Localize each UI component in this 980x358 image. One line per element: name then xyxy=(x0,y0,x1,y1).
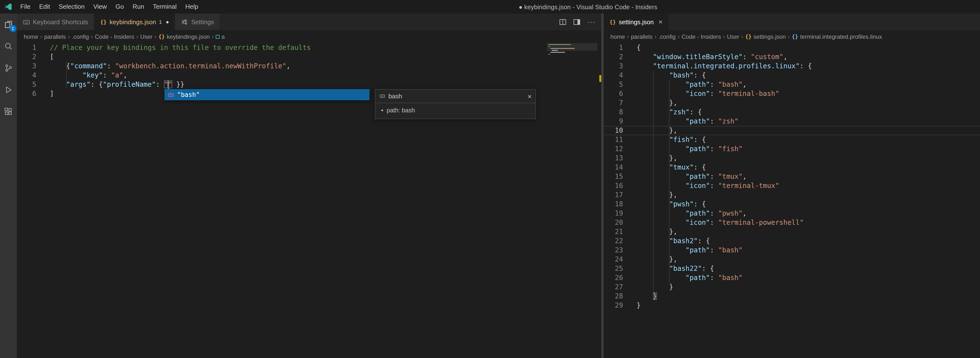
code-line[interactable]: 3 "terminal.integrated.profiles.linux": … xyxy=(604,62,980,71)
code-text: "bash2": { xyxy=(636,237,710,246)
code-line[interactable]: 2[ xyxy=(17,52,601,62)
breadcrumb-item--config[interactable]: .config xyxy=(659,33,676,40)
editor-settings[interactable]: 1{2 "window.titleBarStyle": "custom",3 "… xyxy=(604,43,980,358)
breadcrumb-item-terminal-integrated-profiles-linux[interactable]: {}terminal.integrated.profiles.linux xyxy=(792,33,882,40)
menu-run[interactable]: Run xyxy=(128,0,148,14)
line-number: 5 xyxy=(17,80,50,89)
breadcrumb-item-keybindings-json[interactable]: {}keybindings.json xyxy=(158,33,210,40)
code-line[interactable]: 1// Place your key bindings in this file… xyxy=(17,43,601,52)
breadcrumb-item-user[interactable]: User xyxy=(727,33,739,40)
code-line[interactable]: 27 } xyxy=(604,283,980,292)
code-text: }, xyxy=(636,227,678,237)
settings-sliders-icon xyxy=(181,18,188,26)
breadcrumb-item-user[interactable]: User xyxy=(140,33,153,40)
menu-file[interactable]: File xyxy=(16,0,35,14)
more-actions-icon[interactable]: ··· xyxy=(587,18,595,26)
code-line[interactable]: 20 "icon": "terminal-powershell" xyxy=(604,218,980,227)
menu-view[interactable]: View xyxy=(89,0,111,14)
activity-item-source-control[interactable] xyxy=(3,62,14,74)
code-line[interactable]: 1{ xyxy=(604,43,980,52)
activity-item-extensions[interactable] xyxy=(3,105,14,117)
menu-help[interactable]: Help xyxy=(181,0,203,14)
line-number: 28 xyxy=(604,292,636,301)
tab-settings-json[interactable]: {}settings.json× xyxy=(604,14,669,30)
tab-label: Keyboard Shortcuts xyxy=(33,18,88,26)
breadcrumb-item-code-insiders[interactable]: Code - Insiders xyxy=(95,33,134,40)
code-line[interactable]: 5 "path": "bash", xyxy=(604,80,980,89)
line-number: 11 xyxy=(604,135,636,144)
code-text: { xyxy=(636,43,641,52)
code-line[interactable]: 17 }, xyxy=(604,190,980,200)
line-number: 27 xyxy=(604,283,636,292)
code-line[interactable]: 4 "key": "a", xyxy=(17,71,601,80)
breadcrumb-item-a[interactable]: a xyxy=(216,33,225,40)
menu-selection[interactable]: Selection xyxy=(54,0,89,14)
code-line[interactable]: 24 }, xyxy=(604,255,980,264)
code-line[interactable]: 21 }, xyxy=(604,227,980,237)
code-line[interactable]: 29} xyxy=(604,301,980,310)
code-line[interactable]: 15 "path": "tmux", xyxy=(604,172,980,181)
line-number: 26 xyxy=(604,273,636,283)
code-line[interactable]: 14 "tmux": { xyxy=(604,163,980,172)
breadcrumb-item-home[interactable]: home xyxy=(611,33,625,40)
chevron-right-icon: › xyxy=(40,33,42,40)
breadcrumb-item--config[interactable]: .config xyxy=(72,33,89,40)
code-line[interactable]: 18 "pwsh": { xyxy=(604,200,980,209)
source-control-icon xyxy=(4,63,13,72)
activity-item-run-debug[interactable] xyxy=(3,84,14,96)
code-text: ] xyxy=(50,89,54,98)
code-line[interactable]: 10 }, xyxy=(604,126,980,135)
split-editor-icon[interactable] xyxy=(559,18,566,26)
code-line[interactable]: 2 "window.titleBarStyle": "custom", xyxy=(604,52,980,62)
code-line[interactable]: 6 "icon": "terminal-bash" xyxy=(604,89,980,98)
close-icon[interactable]: × xyxy=(528,92,531,100)
close-icon[interactable]: × xyxy=(659,18,662,26)
code-line[interactable]: 23 "path": "bash" xyxy=(604,246,980,255)
dirty-indicator-icon[interactable]: ● xyxy=(165,19,169,25)
menu-terminal[interactable]: Terminal xyxy=(148,0,181,14)
code-line[interactable]: 16 "icon": "terminal-tmux" xyxy=(604,181,980,190)
object-symbol-icon: {} xyxy=(792,34,799,40)
minimap-slider[interactable] xyxy=(547,43,597,51)
breadcrumb: home›parallels›.config›Code - Insiders›U… xyxy=(17,30,601,43)
breadcrumb-item-home[interactable]: home xyxy=(24,33,38,40)
code-line[interactable]: 7 }, xyxy=(604,98,980,107)
code-line[interactable]: 26 "path": "bash" xyxy=(604,273,980,283)
code-line[interactable]: 19 "path": "pwsh", xyxy=(604,209,980,218)
code-line[interactable]: 5 "args": {"profileName": "" }} xyxy=(17,80,601,89)
code-line[interactable]: 28 } xyxy=(604,292,980,301)
json-braces-icon: {} xyxy=(609,19,616,25)
tab-keybindings-json[interactable]: {}keybindings.json1● xyxy=(94,14,175,30)
symbol-icon xyxy=(216,35,220,38)
editor-group-left: Keyboard Shortcuts{}keybindings.json1●Se… xyxy=(17,14,601,358)
breadcrumb-item-settings-json[interactable]: {}settings.json xyxy=(745,33,786,40)
breadcrumb-item-parallels[interactable]: parallels xyxy=(631,33,652,40)
menu-edit[interactable]: Edit xyxy=(35,0,54,14)
code-line[interactable]: 8 "zsh": { xyxy=(604,107,980,117)
tab-keyboard-shortcuts[interactable]: Keyboard Shortcuts xyxy=(17,14,94,30)
suggest-item-label[interactable]: "bash" xyxy=(177,91,200,98)
code-text: "window.titleBarStyle": "custom", xyxy=(636,52,788,62)
line-number: 12 xyxy=(604,144,636,153)
code-line[interactable]: 22 "bash2": { xyxy=(604,237,980,246)
code-text: }, xyxy=(636,153,678,163)
code-line[interactable]: 3 {"command": "workbench.action.terminal… xyxy=(17,62,601,71)
chevron-right-icon: › xyxy=(136,33,138,40)
code-line[interactable]: 11 "fish": { xyxy=(604,135,980,144)
code-line[interactable]: 9 "path": "zsh" xyxy=(604,117,980,126)
code-line[interactable]: 25 "bash22": { xyxy=(604,264,980,273)
breadcrumb-item-parallels[interactable]: parallels xyxy=(44,33,66,40)
code-line[interactable]: 12 "path": "fish" xyxy=(604,144,980,153)
code-text: "path": "fish" xyxy=(636,144,743,153)
activity-item-explorer[interactable]: 1 xyxy=(3,18,14,30)
customize-layout-icon[interactable] xyxy=(573,18,581,26)
code-line[interactable]: 13 }, xyxy=(604,153,980,163)
suggest-widget[interactable]: "bash" xyxy=(164,89,369,100)
activity-item-search[interactable] xyxy=(3,40,14,52)
code-line[interactable]: 4 "bash": { xyxy=(604,71,980,80)
minimap[interactable] xyxy=(547,43,597,106)
editor-sash[interactable] xyxy=(601,14,604,358)
menu-go[interactable]: Go xyxy=(111,0,129,14)
tab-settings[interactable]: Settings xyxy=(175,14,220,30)
breadcrumb-item-code-insiders[interactable]: Code - Insiders xyxy=(682,33,721,40)
